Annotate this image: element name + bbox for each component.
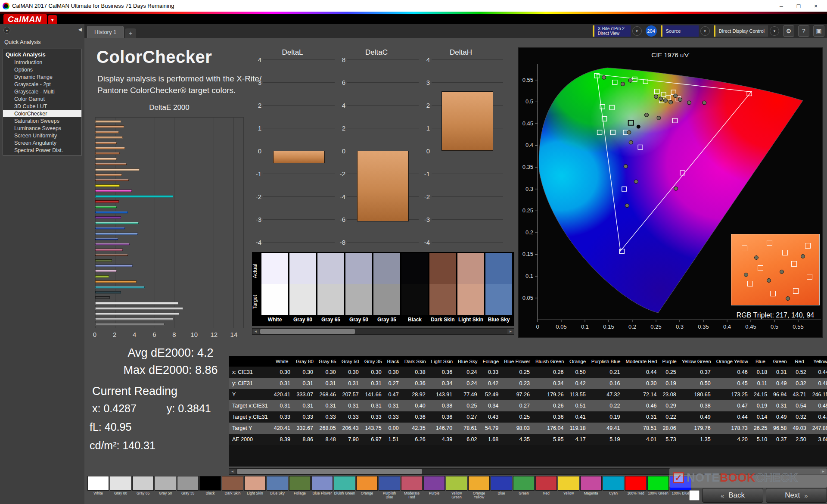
pattern-window-button[interactable] <box>689 490 700 501</box>
bar-row <box>95 291 243 294</box>
window-title: CalMAN 2017 CalMAN Ultimate for Business… <box>12 3 773 9</box>
y-tick-label: 4 <box>426 56 430 63</box>
back-button[interactable]: « Back <box>702 488 763 503</box>
table-cell: 23.08 <box>659 389 679 400</box>
sidebar-item-3D Cube LUT[interactable]: 3D Cube LUT <box>3 103 81 110</box>
meter-count-badge[interactable]: 204 <box>646 25 657 37</box>
patch-button-Gray 50[interactable]: Gray 50 <box>155 476 176 504</box>
patch-button-Purplish Blue[interactable]: Purplish Blue <box>379 476 400 504</box>
scroll-left-arrow-icon[interactable]: ◄ <box>229 469 236 474</box>
bar-row <box>95 120 243 123</box>
close-button[interactable]: × <box>807 0 824 11</box>
patch-button-White[interactable]: White <box>87 476 109 504</box>
x-tick-label: 14 <box>230 331 238 338</box>
patch-button-Black[interactable]: Black <box>199 476 221 504</box>
next-button[interactable]: Next » <box>766 488 827 503</box>
patch-button-Moderate Red[interactable]: Moderate Red <box>401 476 423 504</box>
sidebar-item-Color Gamut[interactable]: Color Gamut <box>3 95 81 103</box>
patch-name-label: Yellow Green <box>446 491 467 500</box>
chevron-down-icon: ▾ <box>774 29 776 33</box>
source-dropdown-arrow[interactable]: ▾ <box>700 26 710 36</box>
display-control-dropdown[interactable]: Direct Display Control ▾ <box>714 25 779 37</box>
table-row: Target x:CIE310.310.310.310.310.310.310.… <box>229 400 827 411</box>
sidebar-item-Saturation Sweeps[interactable]: Saturation Sweeps <box>3 117 81 124</box>
deltae-bar <box>95 152 120 155</box>
scroll-right-arrow-icon[interactable]: ► <box>507 329 514 334</box>
scroll-left-arrow-icon[interactable]: ◄ <box>252 329 259 334</box>
patch-button-Orange[interactable]: Orange <box>356 476 378 504</box>
patch-color-chip <box>110 476 131 491</box>
patch-button-Dark Skin[interactable]: Dark Skin <box>222 476 243 504</box>
table-cell: 4.39 <box>429 434 456 445</box>
meter-dropdown[interactable]: X-Rite i1Pro 2 Direct View ▾ <box>593 25 642 37</box>
table-cell: 4.01 <box>623 434 660 445</box>
patch-button-Foliage[interactable]: Foliage <box>289 476 311 504</box>
minimize-button[interactable]: – <box>773 0 790 11</box>
sidebar-item-Screen Angularity[interactable]: Screen Angularity <box>3 139 81 146</box>
patch-button-Green[interactable]: Green <box>513 476 535 504</box>
meter-dropdown-arrow[interactable]: ▾ <box>632 26 642 36</box>
sidebar-options-button[interactable]: ● <box>3 27 10 34</box>
table-cell: 0.31 <box>385 400 402 411</box>
patch-button-Gray 80[interactable]: Gray 80 <box>110 476 131 504</box>
y-tick-label: 3 <box>426 79 430 86</box>
source-dropdown[interactable]: Source ▾ <box>661 25 710 37</box>
patch-button-100% Red[interactable]: 100% Red <box>625 476 647 504</box>
y-tick-label: -4 <box>256 239 261 246</box>
sidebar-item-Options[interactable]: Options <box>3 66 81 73</box>
new-tab-button[interactable]: + <box>125 28 136 38</box>
scrollbar-thumb[interactable] <box>237 469 422 474</box>
display-control-dropdown-arrow[interactable]: ▾ <box>770 26 779 36</box>
maximize-button[interactable]: □ <box>790 0 807 11</box>
sidebar-item-Luminance Sweeps[interactable]: Luminance Sweeps <box>3 124 81 132</box>
table-cell: 247.89 <box>809 423 827 434</box>
display-window-button[interactable]: ▣ <box>813 25 824 37</box>
deltal-chart-title: DeltaL <box>250 48 335 59</box>
sidebar-collapse-button[interactable]: ◀ <box>78 27 82 32</box>
compare-scrollbar[interactable]: ◄ ► <box>252 328 514 335</box>
sidebar-item-Grayscale - Multi[interactable]: Grayscale - Multi <box>3 88 81 95</box>
deltae-bar <box>95 195 173 198</box>
patch-color-chip <box>356 476 378 491</box>
help-button[interactable]: ? <box>798 25 809 37</box>
bar-row <box>95 147 243 149</box>
patch-button-Blue[interactable]: Blue <box>491 476 512 504</box>
patch-button-Cyan[interactable]: Cyan <box>603 476 624 504</box>
patch-button-Yellow[interactable]: Yellow <box>558 476 579 504</box>
patch-button-100% Green[interactable]: 100% Green <box>647 476 669 504</box>
table-cell: 0.31 <box>362 378 385 389</box>
column-header-Orange: Orange <box>566 356 588 367</box>
tree-root-quick-analysis[interactable]: Quick Analysis <box>3 50 81 59</box>
sidebar-item-Screen Uniformity[interactable]: Screen Uniformity <box>3 132 81 139</box>
sidebar-item-Grayscale - 2pt[interactable]: Grayscale - 2pt <box>3 81 81 88</box>
scrollbar-thumb[interactable] <box>260 329 355 334</box>
y-tick-label: 0 <box>342 147 345 155</box>
patch-button-Gray 65[interactable]: Gray 65 <box>132 476 154 504</box>
patch-button-Blue Sky[interactable]: Blue Sky <box>267 476 288 504</box>
patch-button-Orange Yellow[interactable]: Orange Yellow <box>468 476 490 504</box>
table-row: Target y:CIE310.330.330.330.330.330.330.… <box>229 411 827 423</box>
table-cell: 26.25 <box>751 423 770 434</box>
measured-point <box>674 94 678 98</box>
table-cell: 246.15 <box>809 389 827 400</box>
sidebar-item-Spectral Power Dist.[interactable]: Spectral Power Dist. <box>3 146 81 154</box>
deltae-bar <box>95 280 137 283</box>
settings-button[interactable]: ⚙ <box>783 25 794 37</box>
sidebar-item-Dynamic Range[interactable]: Dynamic Range <box>3 73 81 81</box>
patch-button-Red[interactable]: Red <box>535 476 557 504</box>
calman-logo[interactable]: CalMAN ▼ <box>3 15 57 25</box>
patch-button-Bluish Green[interactable]: Bluish Green <box>334 476 355 504</box>
patch-name-label: Blue Sky <box>267 491 288 495</box>
patch-button-Yellow Green[interactable]: Yellow Green <box>446 476 467 504</box>
sidebar-item-Introduction[interactable]: Introduction <box>3 59 81 66</box>
bar-row <box>95 318 243 320</box>
patch-button-Purple[interactable]: Purple <box>423 476 445 504</box>
patch-button-Magenta[interactable]: Magenta <box>580 476 602 504</box>
patch-button-Blue Flower[interactable]: Blue Flower <box>311 476 333 504</box>
logo-dropdown-arrow-icon[interactable]: ▼ <box>48 15 57 25</box>
patch-button-Gray 35[interactable]: Gray 35 <box>177 476 199 504</box>
tab-history-1[interactable]: History 1 <box>87 26 124 38</box>
sidebar-item-ColorChecker[interactable]: ColorChecker <box>3 110 81 117</box>
deltae-bar <box>95 174 122 176</box>
patch-button-Light Skin[interactable]: Light Skin <box>244 476 266 504</box>
